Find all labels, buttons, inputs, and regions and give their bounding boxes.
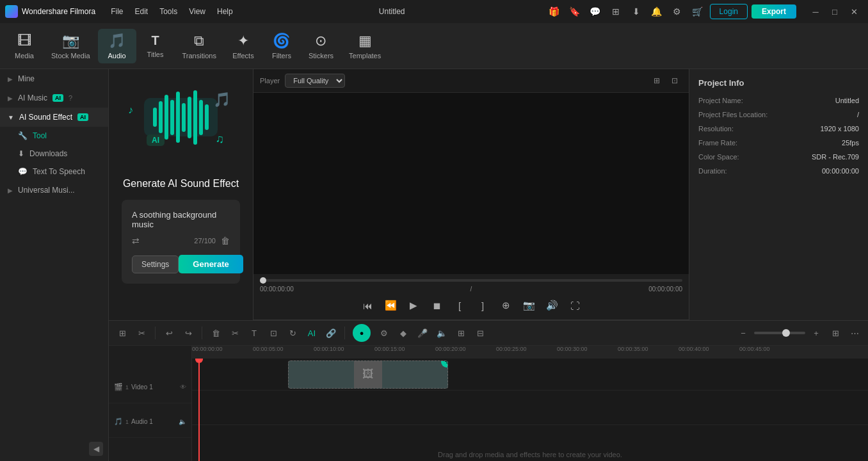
sidebar-item-universal-music[interactable]: ▶ Universal Musi...	[0, 181, 108, 200]
audio1-lock-icon[interactable]: 🔈	[179, 418, 186, 425]
right-section: Player Full Quality 1/2 Quality 1/4 Qual…	[253, 69, 689, 320]
skip-back-button[interactable]: ⏮	[358, 296, 376, 314]
settings-button[interactable]: Settings	[132, 255, 179, 273]
zoom-out-button[interactable]: −	[735, 325, 751, 341]
fullscreen-button[interactable]: ⛶	[566, 296, 584, 314]
track-label-audio1: 🎵 1 Audio 1 🔈	[109, 406, 191, 438]
sidebar-item-text-to-speech[interactable]: 💬 Text To Speech	[0, 163, 108, 181]
sidebar-item-ai-music[interactable]: ▶ AI Music AI ?	[0, 88, 108, 108]
drop-zone-text: Drag and drop media and effects here to …	[192, 451, 868, 458]
ruler-mark-1: 00:00:05:00	[253, 346, 284, 352]
zoom-slider[interactable]	[754, 332, 805, 334]
rotate-button[interactable]: ↻	[284, 325, 301, 341]
progress-thumb[interactable]	[260, 277, 266, 284]
audio-button[interactable]: 🔊	[543, 296, 561, 314]
progress-bar[interactable]	[260, 279, 682, 282]
ruler-mark-9: 00:00:45:00	[739, 346, 770, 352]
generate-card: A soothing background music ⇄ 27/100 🗑 S…	[122, 200, 240, 284]
split-button[interactable]: ⊟	[472, 325, 488, 341]
ai-music-help-icon: ?	[68, 94, 72, 102]
window-controls: ─ □ ✕	[807, 3, 863, 20]
pip-button[interactable]: ⊞	[453, 325, 469, 341]
video1-lock-icon[interactable]: 👁	[180, 384, 186, 391]
toolbar-templates[interactable]: ▦ Templates	[341, 29, 389, 63]
toolbar-titles[interactable]: T Titles	[136, 29, 175, 62]
more-options-button[interactable]: ⋯	[846, 325, 863, 341]
close-button[interactable]: ✕	[845, 3, 863, 20]
toolbar-transitions[interactable]: ⧉ Transitions	[175, 29, 224, 63]
toolbar-audio[interactable]: 🎵 Audio	[98, 29, 136, 63]
download-icon[interactable]: ⬇	[628, 3, 645, 20]
player-quality-select[interactable]: Full Quality 1/2 Quality 1/4 Quality	[285, 74, 345, 88]
fit-view-icon[interactable]: ⊡	[667, 73, 682, 88]
undo-button[interactable]: ↩	[161, 325, 177, 341]
sidebar-collapse-button[interactable]: ◀	[89, 442, 103, 456]
view-options-button[interactable]: ⊞	[827, 325, 844, 341]
trash-icon[interactable]: 🗑	[221, 236, 230, 246]
text-button[interactable]: T	[246, 325, 262, 341]
cart-icon[interactable]: 🛒	[689, 3, 706, 20]
marker-button[interactable]: ◆	[395, 325, 412, 341]
zoom-thumb[interactable]	[782, 329, 790, 337]
toolbar-filters[interactable]: 🌀 Filters	[262, 29, 301, 63]
menu-view[interactable]: View	[184, 4, 211, 19]
snapshot-button[interactable]: 📷	[520, 296, 538, 314]
crop-button[interactable]: ✂	[133, 325, 150, 341]
export-button[interactable]: Export	[751, 4, 796, 19]
audio1-track-label: Audio 1	[131, 418, 153, 425]
menu-file[interactable]: File	[106, 4, 128, 19]
menu-tools[interactable]: Tools	[154, 4, 182, 19]
toolbar-stickers[interactable]: ⊙ Stickers	[301, 29, 341, 63]
maximize-button[interactable]: □	[826, 3, 844, 20]
grid-icon[interactable]: ⊞	[607, 3, 624, 20]
grid-view-icon[interactable]: ⊞	[649, 73, 664, 88]
add-marker-button[interactable]: ⊕	[497, 296, 515, 314]
link-button[interactable]: 🔗	[323, 325, 339, 341]
toolbar-effects[interactable]: ✦ Effects	[224, 29, 262, 63]
video-clip[interactable]: + 🖼	[288, 360, 448, 389]
toolbar-stock-media[interactable]: 📷 Stock Media	[44, 29, 98, 63]
play-button[interactable]: ▶	[405, 296, 422, 314]
voice-button[interactable]: 🔈	[433, 325, 450, 341]
menu-edit[interactable]: Edit	[130, 4, 154, 19]
delete-button[interactable]: 🗑	[207, 325, 224, 341]
apps-icon[interactable]: ⚙	[669, 3, 686, 20]
record-button[interactable]: ●	[353, 324, 371, 342]
prev-frame-button[interactable]: ⏪	[382, 296, 399, 314]
ai-sound-arrow-icon: ▼	[8, 114, 14, 121]
bell-icon[interactable]: 🔔	[648, 3, 665, 20]
mic-button[interactable]: 🎤	[414, 325, 431, 341]
document-title: Untitled	[243, 7, 541, 16]
sidebar-item-downloads[interactable]: ⬇ Downloads	[0, 145, 108, 163]
mark-out-button[interactable]: ]	[474, 296, 492, 314]
sidebar-downloads-label: Downloads	[29, 149, 67, 158]
sidebar-item-mine[interactable]: ▶ Mine	[0, 69, 108, 88]
playhead[interactable]	[198, 359, 200, 461]
login-button[interactable]: Login	[710, 4, 748, 19]
timeline-section: ⊞ ✂ ↩ ↪ 🗑 ✂ T ⊡ ↻ AI 🔗 ● ⚙ ◆ 🎤 🔈 ⊞	[109, 320, 868, 461]
clip-add-button[interactable]: +	[441, 360, 448, 368]
sidebar-item-ai-sound-effect[interactable]: ▼ AI Sound Effect AI	[0, 108, 108, 127]
crop-resize-button[interactable]: ⊡	[265, 325, 282, 341]
menu-help[interactable]: Help	[212, 4, 238, 19]
minimize-button[interactable]: ─	[807, 3, 824, 20]
message-icon[interactable]: 💬	[587, 3, 604, 20]
mark-in-button[interactable]: [	[451, 296, 469, 314]
video1-track-num: 1	[125, 384, 129, 391]
bookmark-icon[interactable]: 🔖	[567, 3, 583, 20]
toolbar-media[interactable]: 🎞 Media	[5, 29, 44, 63]
ruler-mark-8: 00:00:40:00	[679, 346, 709, 352]
title-actions: 🎁 🔖 💬 ⊞ ⬇ 🔔 ⚙ 🛒 Login Export	[546, 3, 796, 20]
zoom-in-button[interactable]: +	[808, 325, 824, 341]
cut-button[interactable]: ✂	[227, 325, 243, 341]
stop-button[interactable]: ⏹	[428, 296, 446, 314]
sidebar-item-tool[interactable]: 🔧 Tool	[0, 127, 108, 145]
settings-tl-button[interactable]: ⚙	[376, 325, 392, 341]
info-row-name: Project Name: Untitled	[698, 97, 859, 104]
snap-button[interactable]: ⊞	[114, 325, 131, 341]
gift-icon[interactable]: 🎁	[546, 3, 563, 20]
redo-button[interactable]: ↪	[180, 325, 197, 341]
generate-button[interactable]: Generate	[179, 255, 243, 273]
shuffle-icon[interactable]: ⇄	[132, 236, 140, 246]
ai-button[interactable]: AI	[303, 325, 320, 341]
